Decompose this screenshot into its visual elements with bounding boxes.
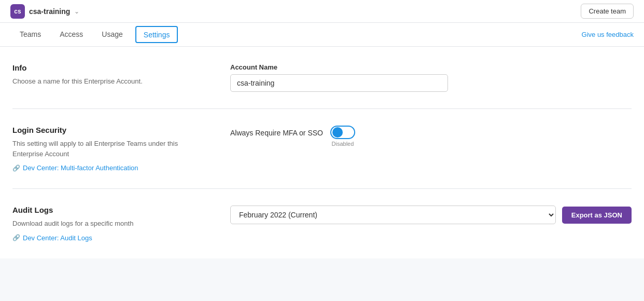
create-team-button[interactable]: Create team bbox=[581, 4, 634, 19]
login-security-desc: This setting will apply to all Enterpris… bbox=[12, 139, 209, 159]
tab-teams[interactable]: Teams bbox=[10, 23, 50, 46]
info-section-right: Account Name bbox=[230, 63, 632, 92]
info-section-left: Info Choose a name for this Enterprise A… bbox=[12, 63, 209, 92]
toggle-status: Disabled bbox=[332, 141, 354, 147]
tab-access[interactable]: Access bbox=[50, 23, 92, 46]
audit-month-select[interactable]: February 2022 (Current) January 2022 Dec… bbox=[230, 206, 556, 224]
audit-logs-title: Audit Logs bbox=[12, 206, 209, 214]
audit-row: February 2022 (Current) January 2022 Dec… bbox=[230, 206, 632, 224]
export-json-button[interactable]: Export as JSON bbox=[562, 207, 632, 224]
mfa-label: Always Require MFA or SSO bbox=[230, 126, 323, 137]
account-name-input[interactable] bbox=[230, 74, 448, 92]
top-bar: cs csa-training ⌄ Create team bbox=[0, 0, 644, 23]
link-icon: 🔗 bbox=[12, 165, 20, 172]
audit-logs-right: February 2022 (Current) January 2022 Dec… bbox=[230, 206, 632, 242]
toggle-knob bbox=[332, 127, 343, 138]
nav-bar: Teams Access Usage Settings Give us feed… bbox=[0, 23, 644, 47]
avatar: cs bbox=[10, 4, 25, 19]
login-security-right: Always Require MFA or SSO Disabled bbox=[230, 126, 632, 172]
info-section-desc: Choose a name for this Enterprise Accoun… bbox=[12, 76, 209, 87]
chevron-down-icon: ⌄ bbox=[74, 8, 79, 15]
login-security-left: Login Security This setting will apply t… bbox=[12, 126, 209, 172]
audit-logs-desc: Download audit logs for a specific month bbox=[12, 218, 209, 229]
mfa-toggle-wrapper: Disabled bbox=[330, 126, 355, 147]
audit-link-label: Dev Center: Audit Logs bbox=[23, 234, 92, 242]
audit-logs-section: Audit Logs Download audit logs for a spe… bbox=[12, 189, 632, 258]
org-name: csa-training bbox=[29, 7, 70, 16]
org-selector[interactable]: cs csa-training ⌄ bbox=[10, 4, 79, 19]
login-security-section: Login Security This setting will apply t… bbox=[12, 109, 632, 189]
feedback-link[interactable]: Give us feedback bbox=[582, 31, 634, 38]
login-security-title: Login Security bbox=[12, 126, 209, 134]
mfa-row: Always Require MFA or SSO Disabled bbox=[230, 126, 632, 147]
link-icon-2: 🔗 bbox=[12, 234, 20, 241]
account-name-label: Account Name bbox=[230, 63, 632, 71]
nav-tabs: Teams Access Usage Settings bbox=[10, 23, 181, 46]
audit-logs-left: Audit Logs Download audit logs for a spe… bbox=[12, 206, 209, 242]
info-section-title: Info bbox=[12, 63, 209, 72]
mfa-dev-center-link[interactable]: 🔗 Dev Center: Multi-factor Authenticatio… bbox=[12, 164, 138, 172]
tab-usage[interactable]: Usage bbox=[92, 23, 132, 46]
main-content: Info Choose a name for this Enterprise A… bbox=[0, 47, 644, 258]
mfa-toggle[interactable] bbox=[330, 126, 355, 139]
tab-settings[interactable]: Settings bbox=[135, 26, 178, 43]
audit-dev-center-link[interactable]: 🔗 Dev Center: Audit Logs bbox=[12, 234, 92, 242]
info-section: Info Choose a name for this Enterprise A… bbox=[12, 47, 632, 109]
mfa-link-label: Dev Center: Multi-factor Authentication bbox=[23, 164, 138, 172]
